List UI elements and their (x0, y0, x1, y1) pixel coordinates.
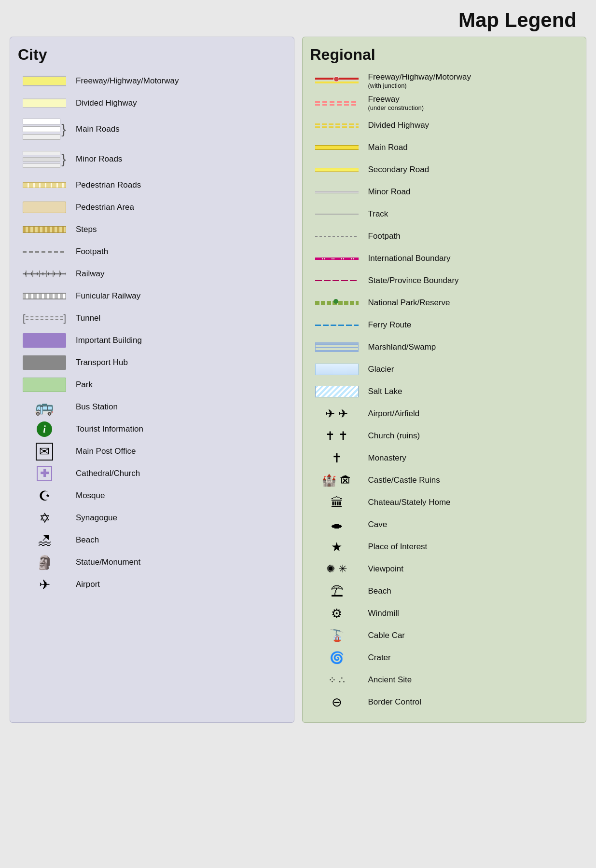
list-item: ★ Place of Interest (310, 536, 579, 557)
r-border-icon: ⊖ (332, 695, 342, 710)
list-item: ✈ ✈ Airport/Airfield (310, 403, 579, 424)
list-item: Freeway/Highway/Motorway (18, 70, 286, 92)
list-item: 🚌 Bus Station (18, 396, 286, 418)
list-item: 🏛 Chateau/Stately Home (310, 492, 579, 513)
r-castle-icon: 🏰 🏚 (322, 474, 351, 487)
r-cave-icon: 🕳 (331, 518, 343, 531)
list-item: State/Province Boundary (310, 270, 579, 291)
list-item: ⊖ Border Control (310, 692, 579, 713)
list-item: } Minor Roads (18, 145, 286, 174)
synagogue-icon: ✡ (39, 510, 50, 526)
statue-icon: 🗿 (36, 555, 53, 570)
list-item: ✡ Synagogue (18, 507, 286, 529)
list-item: Steps (18, 219, 286, 240)
list-item: Minor Road (310, 181, 579, 203)
list-item: Ferry Route (310, 314, 579, 336)
list-item: National Park/Reserve (310, 292, 579, 313)
list-item: ✝ ✝ Church (ruins) (310, 425, 579, 447)
list-item: Funicular Railway (18, 285, 286, 307)
list-item: Track (310, 203, 579, 225)
r-cablecar-icon: 🚡 (330, 629, 344, 642)
info-icon: i (37, 421, 52, 437)
church-icon: ✚ (37, 466, 52, 481)
list-item: Railway (18, 263, 286, 285)
mosque-icon: ☪ (39, 488, 51, 504)
list-item: Salt Lake (310, 381, 579, 402)
r-church-icon: ✝ ✝ (325, 429, 348, 443)
list-item: ✝ Monastery (310, 448, 579, 469)
r-airport-icon: ✈ ✈ (325, 407, 348, 420)
beach-icon: 🏖 (38, 532, 51, 548)
list-item: Pedestrian Area (18, 197, 286, 218)
list-item: ⁘ ∴ Ancient Site (310, 669, 579, 691)
list-item: Secondary Road (310, 159, 579, 180)
list-item: Footpath (18, 241, 286, 262)
r-viewpoint-icon: ✺ ✳ (326, 563, 347, 575)
r-chateau-icon: 🏛 (331, 495, 343, 510)
list-item: [ ] Tunnel (18, 308, 286, 329)
list-item: Marshland/Swamp (310, 337, 579, 358)
list-item: Pedestrian Roads (18, 175, 286, 196)
r-monastery-icon: ✝ (332, 451, 342, 466)
city-title: City (18, 46, 286, 64)
list-item: Divided Highway (18, 93, 286, 114)
list-item: Park (18, 374, 286, 395)
list-item: i Tourist Information (18, 419, 286, 440)
mail-icon: ✉ (36, 443, 53, 461)
list-item: Transport Hub (18, 352, 286, 373)
r-poi-icon: ★ (331, 540, 342, 555)
r-beach-icon: ⛱ (331, 584, 343, 599)
list-item: 🏖 Beach (18, 529, 286, 551)
list-item: Divided Highway (310, 115, 579, 136)
list-item: ✚ Cathedral/Church (18, 463, 286, 484)
list-item: ⚙ Windmill (310, 603, 579, 624)
list-item: 🏰 🏚 Castle/Castle Ruins (310, 470, 579, 491)
list-item: Glacier (310, 359, 579, 380)
list-item: ✈ Airport (18, 574, 286, 595)
page-title: Map Legend (0, 0, 596, 37)
regional-column: Regional Freeway/Highway/Motorway(with j… (302, 37, 587, 723)
list-item: ⛱ Beach (310, 581, 579, 602)
r-windmill-icon: ⚙ (331, 606, 342, 621)
list-item: } Main Roads (18, 115, 286, 144)
list-item: Freeway/Highway/Motorway(with junction) (310, 70, 579, 92)
airport-icon: ✈ (39, 577, 50, 593)
city-column: City Freeway/Highway/Motorway Divided Hi… (10, 37, 294, 723)
list-item: 🚡 Cable Car (310, 625, 579, 646)
list-item: ✺ ✳ Viewpoint (310, 558, 579, 580)
list-item: Main Road (310, 137, 579, 158)
list-item: Footpath (310, 226, 579, 247)
list-item: 🗿 Statue/Monument (18, 552, 286, 573)
list-item: 🌀 Crater (310, 647, 579, 668)
regional-title: Regional (310, 46, 579, 64)
r-ancient-icon: ⁘ ∴ (328, 674, 346, 686)
r-crater-icon: 🌀 (330, 651, 344, 665)
list-item: 🕳 Cave (310, 514, 579, 535)
list-item: ☪ Mosque (18, 485, 286, 506)
list-item: Important Building (18, 330, 286, 351)
list-item: ✉ Main Post Office (18, 441, 286, 462)
list-item: International Boundary (310, 248, 579, 269)
bus-icon: 🚌 (35, 398, 54, 416)
list-item: Freeway (under construction) (310, 93, 579, 114)
